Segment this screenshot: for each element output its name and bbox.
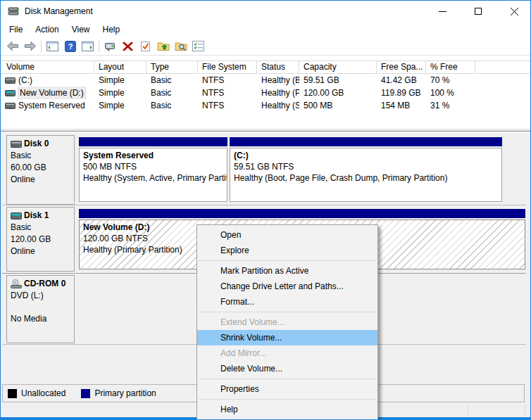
menu-view[interactable]: View bbox=[65, 22, 96, 37]
partition-header-bar bbox=[230, 137, 502, 146]
cell-capacity: 120.00 GB bbox=[299, 87, 377, 99]
window-title: Disk Management bbox=[25, 1, 93, 22]
cell-capacity: 59.51 GB bbox=[299, 74, 377, 87]
column-header-layout[interactable]: Layout bbox=[94, 61, 146, 73]
menu-item-properties[interactable]: Properties bbox=[197, 381, 377, 397]
status-divider bbox=[525, 405, 525, 416]
folder-search-icon[interactable] bbox=[172, 39, 189, 54]
cell-pct-free: 100 % bbox=[426, 87, 475, 99]
check-mark-document-icon[interactable] bbox=[137, 39, 154, 54]
disk1-size: 120.00 GB bbox=[11, 234, 70, 246]
menu-action[interactable]: Action bbox=[29, 22, 65, 37]
menu-item-extend-volume[interactable]: Extend Volume... bbox=[197, 314, 377, 330]
show-action-pane-icon[interactable] bbox=[79, 39, 96, 54]
partition-context-menu: Open Explore Mark Partition as Active Ch… bbox=[196, 224, 378, 420]
partition-header-bar bbox=[79, 209, 525, 218]
column-header-type[interactable]: Type bbox=[146, 61, 198, 73]
cell-file-system: NTFS bbox=[198, 99, 257, 112]
properties-list-icon[interactable] bbox=[189, 39, 207, 54]
volume-list-pane: Volume Layout Type File System Status Ca… bbox=[1, 56, 530, 128]
partition-system-reserved[interactable]: System Reserved 500 MB NTFS Healthy (Sys… bbox=[79, 137, 227, 202]
show-console-tree-icon[interactable] bbox=[44, 39, 61, 54]
disk1-status: Online bbox=[11, 246, 70, 257]
row-divider bbox=[2, 205, 526, 205]
toolbar-separator bbox=[41, 40, 42, 53]
menu-item-mark-partition-active[interactable]: Mark Partition as Active bbox=[197, 263, 377, 279]
disk0-name: Disk 0 bbox=[24, 138, 49, 150]
column-header-capacity[interactable]: Capacity bbox=[299, 61, 377, 73]
menu-item-open[interactable]: Open bbox=[197, 227, 377, 243]
volume-drive-icon bbox=[5, 103, 15, 109]
close-icon bbox=[511, 8, 518, 15]
disk0-size: 60.00 GB bbox=[11, 162, 70, 174]
menu-separator bbox=[199, 399, 376, 400]
menu-item-help[interactable]: Help bbox=[197, 402, 377, 417]
partition-title: (C:) bbox=[234, 150, 498, 161]
cd-rom-icon bbox=[11, 279, 22, 288]
disk0-kind: Basic bbox=[11, 150, 70, 162]
partition-header-bar bbox=[79, 137, 227, 146]
cell-type: Basic bbox=[146, 74, 198, 87]
minimize-button[interactable] bbox=[432, 1, 452, 22]
cell-file-system: NTFS bbox=[198, 87, 257, 99]
disk0-label-panel[interactable]: Disk 0 Basic 60.00 GB Online bbox=[6, 135, 75, 205]
table-row-c-drive[interactable]: (C:) Simple Basic NTFS Healthy (B... 59.… bbox=[1, 74, 530, 87]
menu-file[interactable]: File bbox=[3, 22, 29, 37]
disk-icon bbox=[11, 212, 22, 219]
column-header-free-space[interactable]: Free Spa... bbox=[377, 61, 426, 73]
menu-item-explore[interactable]: Explore bbox=[197, 243, 377, 258]
cell-type: Basic bbox=[146, 87, 198, 99]
cell-free-space: 41.42 GB bbox=[377, 74, 426, 87]
menu-help[interactable]: Help bbox=[96, 22, 127, 37]
disk-icon bbox=[11, 141, 22, 148]
cell-layout: Simple bbox=[94, 99, 146, 112]
menu-separator bbox=[199, 312, 376, 312]
partition-size: 500 MB NTFS bbox=[83, 161, 223, 172]
disk1-name: Disk 1 bbox=[24, 210, 49, 222]
disk-management-window: Disk Management File Action View Help ? bbox=[0, 0, 531, 420]
menu-item-format[interactable]: Format... bbox=[197, 294, 377, 310]
cell-status: Healthy (P... bbox=[257, 87, 299, 99]
volume-drive-icon bbox=[5, 77, 15, 84]
column-header-file-system[interactable]: File System bbox=[198, 61, 257, 73]
back-icon[interactable] bbox=[4, 39, 21, 54]
cdrom0-kind: DVD (L:) bbox=[11, 290, 70, 302]
toolbar: ? bbox=[1, 37, 530, 56]
maximize-icon bbox=[475, 8, 482, 15]
column-header-volume[interactable]: Volume bbox=[2, 61, 94, 73]
popup-window-icon[interactable] bbox=[101, 39, 119, 54]
partition-status: Healthy (System, Active, Primary Partit bbox=[83, 172, 223, 184]
partition-c-drive[interactable]: (C:) 59.51 GB NTFS Healthy (Boot, Page F… bbox=[230, 137, 502, 202]
cell-layout: Simple bbox=[94, 87, 146, 99]
cdrom0-label-panel[interactable]: CD-ROM 0 DVD (L:) No Media bbox=[6, 275, 75, 343]
column-header-pct-free[interactable]: % Free bbox=[426, 61, 475, 73]
menu-item-shrink-volume[interactable]: Shrink Volume... bbox=[197, 330, 377, 345]
disk0-status: Online bbox=[11, 174, 70, 186]
menu-separator bbox=[199, 260, 376, 261]
menu-item-delete-volume[interactable]: Delete Volume... bbox=[197, 361, 377, 376]
folder-up-icon[interactable] bbox=[154, 39, 172, 54]
menu-item-change-drive-letter[interactable]: Change Drive Letter and Paths... bbox=[197, 279, 377, 294]
help-icon[interactable]: ? bbox=[61, 39, 79, 54]
volume-drive-icon bbox=[5, 90, 15, 96]
table-row-new-volume-d[interactable]: New Volume (D:) Simple Basic NTFS Health… bbox=[1, 87, 530, 99]
pane-splitter[interactable] bbox=[1, 128, 530, 132]
menu-item-add-mirror[interactable]: Add Mirror... bbox=[197, 345, 377, 361]
cdrom0-name: CD-ROM 0 bbox=[24, 278, 65, 290]
cell-capacity: 500 MB bbox=[299, 99, 377, 112]
close-button[interactable] bbox=[504, 1, 524, 22]
toolbar-separator bbox=[99, 40, 99, 53]
delete-icon[interactable] bbox=[119, 39, 137, 54]
cell-file-system: NTFS bbox=[198, 74, 257, 87]
legend-label-primary-partition: Primary partition bbox=[94, 388, 156, 398]
minimize-icon bbox=[439, 11, 446, 12]
cell-pct-free: 31 % bbox=[426, 99, 475, 112]
forward-icon[interactable] bbox=[21, 39, 39, 54]
table-row-system-reserved[interactable]: System Reserved Simple Basic NTFS Health… bbox=[1, 99, 530, 112]
maximize-button[interactable] bbox=[468, 1, 488, 22]
column-header-status[interactable]: Status bbox=[257, 61, 299, 73]
partition-title: System Reserved bbox=[83, 150, 223, 161]
cell-status: Healthy (S... bbox=[257, 99, 299, 112]
disk1-label-panel[interactable]: Disk 1 Basic 120.00 GB Online bbox=[6, 207, 75, 272]
cell-type: Basic bbox=[146, 99, 198, 112]
